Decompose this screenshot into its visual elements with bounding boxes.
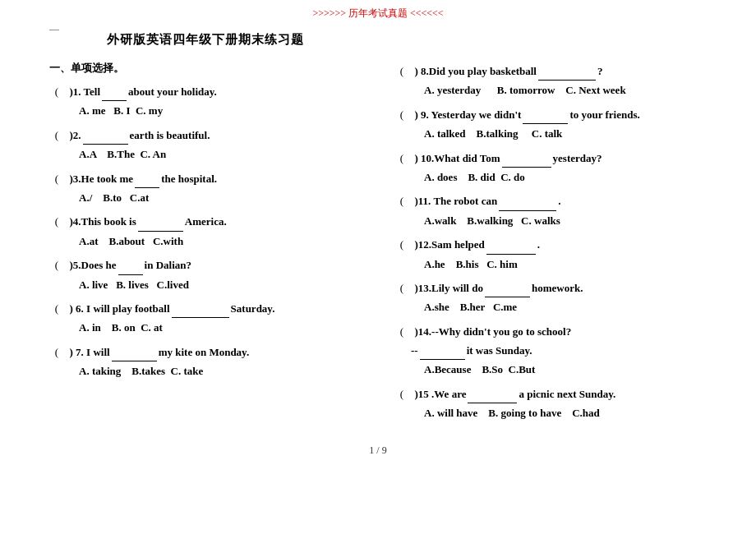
main-content: 外研版英语四年级下册期末练习题 一、单项选择。 ( )1. Tellabout … xyxy=(0,24,756,428)
right-column: ( ) 8.Did you play basketball? A. yester… xyxy=(378,32,707,428)
q11-text: )11. The robot can. xyxy=(409,191,707,210)
question-10: ( ) 10.What did Tomyesterday? A. does B.… xyxy=(394,149,707,187)
q7-text: ) 7. I willmy kite on Monday. xyxy=(64,343,362,361)
section1-header: 一、单项选择。 xyxy=(49,61,362,76)
q8-options: A. yesterday B. tomorrow C. Next week xyxy=(394,81,707,99)
q5-options: A. live B. lives C.lived xyxy=(49,275,362,294)
q12-options: A.he B.his C. him xyxy=(394,255,707,274)
q6-options: A. in B. on C. at xyxy=(49,318,362,337)
left-column: 外研版英语四年级下册期末练习题 一、单项选择。 ( )1. Tellabout … xyxy=(49,32,378,428)
q1-text: )1. Tellabout your holiday. xyxy=(64,82,362,101)
q2-options: A.A B.The C. An xyxy=(49,145,362,163)
question-6: ( ) 6. I will play footballSaturday. A. … xyxy=(49,299,362,338)
question-7: ( ) 7. I willmy kite on Monday. A. takin… xyxy=(49,343,362,381)
question-2: ( )2.earth is beautiful. A.A B.The C. An xyxy=(49,126,362,164)
q12-text: )12.Sam helped. xyxy=(409,235,707,254)
question-12: ( )12.Sam helped. A.he B.his C. him xyxy=(394,235,707,274)
q6-text: ) 6. I will play footballSaturday. xyxy=(64,299,362,318)
q9-text: ) 9. Yesterday we didn'tto your friends. xyxy=(409,105,707,124)
q4-options: A.at B.about C.with xyxy=(49,232,362,251)
q13-options: A.she B.her C.me xyxy=(394,297,707,316)
question-1: ( )1. Tellabout your holiday. A. me B. I… xyxy=(49,82,362,121)
q3-paren: ( xyxy=(49,169,64,188)
q14-text: )14.--Why didn't you go to school? xyxy=(409,322,707,341)
q14-options: A.Because B.So C.But xyxy=(394,360,707,379)
q8-paren: ( xyxy=(394,62,409,81)
q8-text: ) 8.Did you play basketball? xyxy=(409,62,707,81)
q4-paren: ( xyxy=(49,212,64,231)
q1-paren: ( xyxy=(49,82,64,101)
q2-text: )2.earth is beautiful. xyxy=(64,126,362,145)
question-8: ( ) 8.Did you play basketball? A. yester… xyxy=(394,62,707,100)
q7-paren: ( xyxy=(49,343,64,361)
q5-paren: ( xyxy=(49,255,64,274)
q6-paren: ( xyxy=(49,299,64,318)
q11-options: A.walk B.walking C. walks xyxy=(394,211,707,230)
question-5: ( )5.Does hein Dalian? A. live B. lives … xyxy=(49,255,362,294)
q9-options: A. talked B.talking C. talk xyxy=(394,124,707,143)
q10-options: A. does B. did C. do xyxy=(394,168,707,186)
q14-text2: --it was Sunday. xyxy=(394,341,707,360)
q10-text: ) 10.What did Tomyesterday? xyxy=(409,149,707,168)
q3-options: A./ B.to C.at xyxy=(49,188,362,207)
q7-options: A. taking B.takes C. take xyxy=(49,361,362,380)
question-3: ( )3.He took methe hospital. A./ B.to C.… xyxy=(49,169,362,208)
q14-paren: ( xyxy=(394,322,409,341)
q15-text: )15 .We area picnic next Sunday. xyxy=(409,384,707,403)
q15-options: A. will have B. going to have C.had xyxy=(394,403,707,422)
q11-paren: ( xyxy=(394,191,409,210)
q4-text: )4.This book isAmerica. xyxy=(64,212,362,231)
top-link[interactable]: >>>>>> 历年考试真题 <<<<<< xyxy=(312,7,443,19)
question-4: ( )4.This book isAmerica. A.at B.about C… xyxy=(49,212,362,251)
q5-text: )5.Does hein Dalian? xyxy=(64,255,362,274)
question-11: ( )11. The robot can. A.walk B.walking C… xyxy=(394,191,707,230)
q1-options: A. me B. I C. my xyxy=(49,101,362,120)
q13-paren: ( xyxy=(394,279,409,297)
question-14: ( )14.--Why didn't you go to school? --i… xyxy=(394,322,707,380)
top-dash: — xyxy=(49,23,59,35)
q15-paren: ( xyxy=(394,384,409,403)
footer-page-number: 1 / 9 xyxy=(0,444,756,465)
q12-paren: ( xyxy=(394,235,409,254)
q3-text: )3.He took methe hospital. xyxy=(64,169,362,188)
page: >>>>>> 历年考试真题 <<<<<< — 外研版英语四年级下册期末练习题 一… xyxy=(0,0,756,534)
question-9: ( ) 9. Yesterday we didn'tto your friend… xyxy=(394,105,707,144)
question-15: ( )15 .We area picnic next Sunday. A. wi… xyxy=(394,384,707,423)
q2-paren: ( xyxy=(49,126,64,145)
q10-paren: ( xyxy=(394,149,409,168)
question-13: ( )13.Lily will dohomework. A.she B.her … xyxy=(394,279,707,317)
top-bar: >>>>>> 历年考试真题 <<<<<< xyxy=(0,0,756,24)
q9-paren: ( xyxy=(394,105,409,124)
q13-text: )13.Lily will dohomework. xyxy=(409,279,707,297)
page-title: 外研版英语四年级下册期末练习题 xyxy=(49,32,362,48)
